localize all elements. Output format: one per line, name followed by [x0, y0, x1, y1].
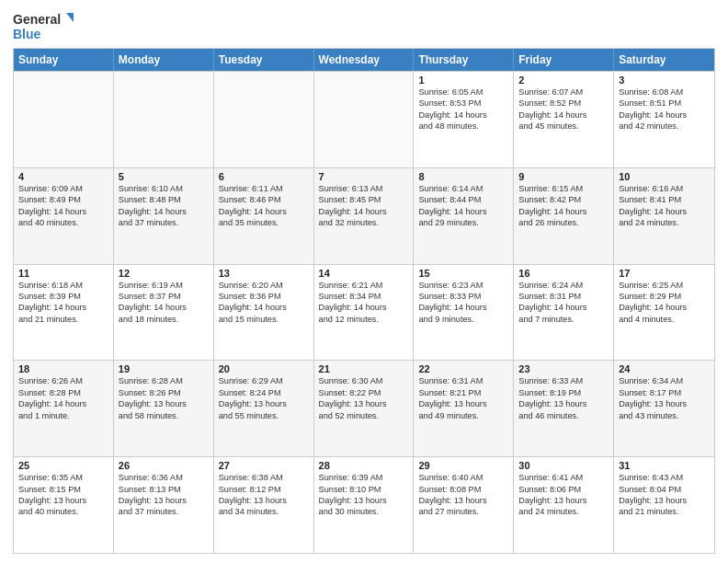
day-cell-2: 2Sunrise: 6:07 AM Sunset: 8:52 PM Daylig…	[514, 72, 614, 167]
svg-text:General: General	[13, 12, 61, 27]
svg-marker-2	[66, 13, 74, 22]
header-day-tuesday: Tuesday	[214, 49, 314, 71]
day-number: 18	[18, 363, 108, 374]
day-cell-16: 16Sunrise: 6:24 AM Sunset: 8:31 PM Dayli…	[514, 265, 614, 361]
day-number: 7	[319, 171, 409, 182]
day-number: 26	[119, 460, 209, 471]
day-info: Sunrise: 6:40 AM Sunset: 8:08 PM Dayligh…	[418, 472, 508, 518]
calendar-row-5: 25Sunrise: 6:35 AM Sunset: 8:15 PM Dayli…	[14, 456, 714, 553]
day-number: 17	[619, 268, 710, 279]
day-number: 27	[219, 460, 309, 471]
day-number: 1	[418, 75, 508, 86]
day-info: Sunrise: 6:38 AM Sunset: 8:12 PM Dayligh…	[219, 472, 309, 518]
day-cell-3: 3Sunrise: 6:08 AM Sunset: 8:51 PM Daylig…	[614, 72, 714, 167]
day-number: 30	[518, 460, 609, 471]
day-info: Sunrise: 6:05 AM Sunset: 8:53 PM Dayligh…	[418, 86, 508, 132]
day-info: Sunrise: 6:10 AM Sunset: 8:48 PM Dayligh…	[119, 183, 209, 229]
header-day-sunday: Sunday	[14, 49, 114, 71]
day-number: 9	[518, 171, 609, 182]
day-info: Sunrise: 6:39 AM Sunset: 8:10 PM Dayligh…	[319, 472, 409, 518]
day-info: Sunrise: 6:14 AM Sunset: 8:44 PM Dayligh…	[418, 183, 508, 229]
day-cell-23: 23Sunrise: 6:33 AM Sunset: 8:19 PM Dayli…	[514, 361, 614, 456]
day-number: 15	[418, 268, 508, 279]
day-cell-8: 8Sunrise: 6:14 AM Sunset: 8:44 PM Daylig…	[414, 168, 514, 264]
day-cell-17: 17Sunrise: 6:25 AM Sunset: 8:29 PM Dayli…	[614, 265, 714, 361]
day-number: 12	[119, 268, 209, 279]
day-number: 31	[619, 460, 710, 471]
calendar-row-2: 4Sunrise: 6:09 AM Sunset: 8:49 PM Daylig…	[14, 167, 714, 264]
day-cell-6: 6Sunrise: 6:11 AM Sunset: 8:46 PM Daylig…	[214, 168, 314, 264]
day-number: 24	[619, 363, 710, 374]
day-number: 21	[319, 363, 409, 374]
day-cell-9: 9Sunrise: 6:15 AM Sunset: 8:42 PM Daylig…	[514, 168, 614, 264]
day-cell-19: 19Sunrise: 6:28 AM Sunset: 8:26 PM Dayli…	[114, 361, 214, 456]
day-info: Sunrise: 6:33 AM Sunset: 8:19 PM Dayligh…	[518, 375, 609, 421]
header-day-friday: Friday	[514, 49, 614, 71]
day-cell-31: 31Sunrise: 6:43 AM Sunset: 8:04 PM Dayli…	[614, 457, 714, 553]
day-cell-4: 4Sunrise: 6:09 AM Sunset: 8:49 PM Daylig…	[14, 168, 114, 264]
day-number: 22	[418, 363, 508, 374]
day-info: Sunrise: 6:13 AM Sunset: 8:45 PM Dayligh…	[319, 183, 409, 229]
day-cell-29: 29Sunrise: 6:40 AM Sunset: 8:08 PM Dayli…	[414, 457, 514, 553]
day-number: 4	[18, 171, 108, 182]
empty-cell-r0c2	[214, 72, 314, 167]
day-info: Sunrise: 6:09 AM Sunset: 8:49 PM Dayligh…	[18, 183, 108, 229]
calendar-header: SundayMondayTuesdayWednesdayThursdayFrid…	[14, 49, 714, 71]
day-info: Sunrise: 6:15 AM Sunset: 8:42 PM Dayligh…	[518, 183, 609, 229]
day-info: Sunrise: 6:24 AM Sunset: 8:31 PM Dayligh…	[518, 280, 609, 326]
day-info: Sunrise: 6:30 AM Sunset: 8:22 PM Dayligh…	[319, 375, 409, 421]
day-number: 3	[619, 75, 710, 86]
day-info: Sunrise: 6:16 AM Sunset: 8:41 PM Dayligh…	[619, 183, 710, 229]
day-number: 13	[219, 268, 309, 279]
page-header: General Blue	[13, 9, 715, 42]
day-number: 2	[518, 75, 609, 86]
day-info: Sunrise: 6:20 AM Sunset: 8:36 PM Dayligh…	[219, 280, 309, 326]
empty-cell-r0c3	[314, 72, 415, 167]
day-cell-7: 7Sunrise: 6:13 AM Sunset: 8:45 PM Daylig…	[314, 168, 415, 264]
svg-text:Blue: Blue	[13, 27, 41, 41]
header-day-monday: Monday	[114, 49, 214, 71]
day-cell-15: 15Sunrise: 6:23 AM Sunset: 8:33 PM Dayli…	[414, 265, 514, 361]
day-info: Sunrise: 6:34 AM Sunset: 8:17 PM Dayligh…	[619, 375, 710, 421]
day-info: Sunrise: 6:18 AM Sunset: 8:39 PM Dayligh…	[18, 280, 108, 326]
day-cell-26: 26Sunrise: 6:36 AM Sunset: 8:13 PM Dayli…	[114, 457, 214, 553]
logo-svg: General Blue	[13, 9, 77, 42]
day-cell-10: 10Sunrise: 6:16 AM Sunset: 8:41 PM Dayli…	[614, 168, 714, 264]
day-number: 14	[319, 268, 409, 279]
day-cell-28: 28Sunrise: 6:39 AM Sunset: 8:10 PM Dayli…	[314, 457, 415, 553]
day-info: Sunrise: 6:31 AM Sunset: 8:21 PM Dayligh…	[418, 375, 508, 421]
day-number: 6	[219, 171, 309, 182]
day-number: 23	[518, 363, 609, 374]
day-cell-30: 30Sunrise: 6:41 AM Sunset: 8:06 PM Dayli…	[514, 457, 614, 553]
day-cell-11: 11Sunrise: 6:18 AM Sunset: 8:39 PM Dayli…	[14, 265, 114, 361]
day-cell-18: 18Sunrise: 6:26 AM Sunset: 8:28 PM Dayli…	[14, 361, 114, 456]
day-info: Sunrise: 6:26 AM Sunset: 8:28 PM Dayligh…	[18, 375, 108, 421]
day-cell-1: 1Sunrise: 6:05 AM Sunset: 8:53 PM Daylig…	[414, 72, 514, 167]
header-day-wednesday: Wednesday	[314, 49, 415, 71]
day-info: Sunrise: 6:29 AM Sunset: 8:24 PM Dayligh…	[219, 375, 309, 421]
calendar: SundayMondayTuesdayWednesdayThursdayFrid…	[13, 48, 715, 554]
empty-cell-r0c1	[114, 72, 214, 167]
day-number: 8	[418, 171, 508, 182]
day-cell-20: 20Sunrise: 6:29 AM Sunset: 8:24 PM Dayli…	[214, 361, 314, 456]
day-number: 19	[119, 363, 209, 374]
empty-cell-r0c0	[14, 72, 114, 167]
day-info: Sunrise: 6:21 AM Sunset: 8:34 PM Dayligh…	[319, 280, 409, 326]
day-info: Sunrise: 6:19 AM Sunset: 8:37 PM Dayligh…	[119, 280, 209, 326]
day-info: Sunrise: 6:28 AM Sunset: 8:26 PM Dayligh…	[119, 375, 209, 421]
day-cell-24: 24Sunrise: 6:34 AM Sunset: 8:17 PM Dayli…	[614, 361, 714, 456]
calendar-row-4: 18Sunrise: 6:26 AM Sunset: 8:28 PM Dayli…	[14, 360, 714, 456]
day-cell-14: 14Sunrise: 6:21 AM Sunset: 8:34 PM Dayli…	[314, 265, 415, 361]
calendar-body: 1Sunrise: 6:05 AM Sunset: 8:53 PM Daylig…	[14, 71, 714, 553]
day-info: Sunrise: 6:07 AM Sunset: 8:52 PM Dayligh…	[518, 86, 609, 132]
day-number: 5	[119, 171, 209, 182]
calendar-row-3: 11Sunrise: 6:18 AM Sunset: 8:39 PM Dayli…	[14, 264, 714, 361]
day-number: 29	[418, 460, 508, 471]
header-day-thursday: Thursday	[414, 49, 514, 71]
day-info: Sunrise: 6:41 AM Sunset: 8:06 PM Dayligh…	[518, 472, 609, 518]
day-info: Sunrise: 6:23 AM Sunset: 8:33 PM Dayligh…	[418, 280, 508, 326]
day-info: Sunrise: 6:35 AM Sunset: 8:15 PM Dayligh…	[18, 472, 108, 518]
day-number: 20	[219, 363, 309, 374]
day-info: Sunrise: 6:36 AM Sunset: 8:13 PM Dayligh…	[119, 472, 209, 518]
day-number: 11	[18, 268, 108, 279]
